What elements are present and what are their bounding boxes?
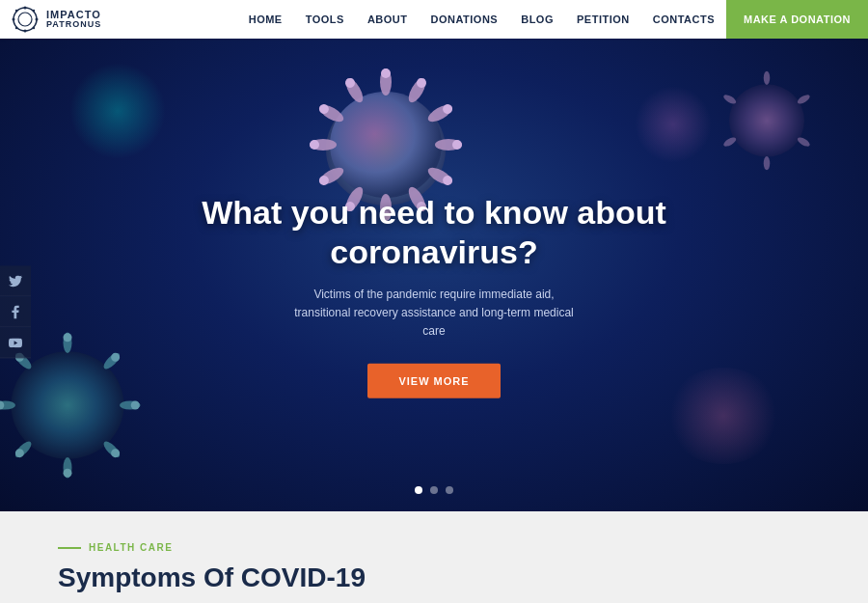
svg-point-3 xyxy=(24,30,27,33)
youtube-social-button[interactable] xyxy=(0,327,31,358)
nav-petition[interactable]: PETITION xyxy=(565,0,641,39)
slider-dot-2[interactable] xyxy=(430,486,438,494)
svg-point-5 xyxy=(36,18,39,21)
svg-point-47 xyxy=(131,401,140,410)
main-nav: HOME TOOLS ABOUT DONATIONS BLOG PETITION… xyxy=(237,0,868,39)
svg-point-2 xyxy=(24,7,27,10)
svg-point-27 xyxy=(452,140,462,150)
hero-title: What you need to know about coronavirus? xyxy=(164,193,704,272)
svg-point-54 xyxy=(764,71,771,85)
slider-dot-1[interactable] xyxy=(415,486,422,494)
nav-blog[interactable]: BLOG xyxy=(509,0,565,39)
nav-home[interactable]: HOME xyxy=(237,0,294,39)
virus-right-icon xyxy=(694,58,839,183)
hero-content: What you need to know about coronavirus?… xyxy=(164,193,704,398)
nav-tools[interactable]: TOOLS xyxy=(294,0,356,39)
section-tag-label: HEALTH CARE xyxy=(89,542,173,553)
svg-point-40 xyxy=(101,439,122,460)
svg-point-24 xyxy=(381,69,391,78)
svg-point-8 xyxy=(15,27,17,29)
hero-section: What you need to know about coronavirus?… xyxy=(0,39,868,511)
svg-point-57 xyxy=(764,156,771,170)
svg-point-1 xyxy=(18,13,32,26)
nav-donations[interactable]: DONATIONS xyxy=(420,0,510,39)
social-sidebar xyxy=(0,265,31,358)
svg-point-49 xyxy=(64,469,72,478)
brand-name2: PATRONUS xyxy=(46,20,101,30)
slider-dot-3[interactable] xyxy=(446,486,453,494)
logo-icon xyxy=(12,6,39,33)
twitter-social-button[interactable] xyxy=(0,265,31,296)
nav-contacts[interactable]: CONTACTS xyxy=(641,0,726,39)
svg-point-4 xyxy=(13,18,15,21)
svg-point-45 xyxy=(64,333,72,342)
svg-point-42 xyxy=(13,439,34,460)
tag-line xyxy=(58,547,81,549)
svg-point-6 xyxy=(15,10,17,12)
view-more-button[interactable]: VIEW MORE xyxy=(367,364,500,398)
section-title: Symptoms Of COVID-19 xyxy=(58,562,810,593)
svg-point-9 xyxy=(33,27,35,29)
section-tag: HEALTH CARE xyxy=(58,542,810,553)
svg-point-11 xyxy=(330,92,442,198)
slider-dots xyxy=(415,486,453,494)
svg-point-7 xyxy=(33,10,35,12)
nav-about[interactable]: ABOUT xyxy=(356,0,420,39)
donate-button[interactable]: MAKE A DONATION xyxy=(726,0,868,39)
hero-subtitle: Victims of the pandemic require immediat… xyxy=(289,285,579,341)
facebook-social-button[interactable] xyxy=(0,296,31,327)
svg-point-38 xyxy=(101,350,122,371)
below-fold-section: HEALTH CARE Symptoms Of COVID-19 xyxy=(0,511,868,603)
header: IMPACTO PATRONUS HOME TOOLS ABOUT DONATI… xyxy=(0,0,868,39)
svg-point-53 xyxy=(729,84,804,156)
logo-text: IMPACTO PATRONUS xyxy=(46,9,101,30)
glow-topleft xyxy=(69,63,166,159)
logo-area[interactable]: IMPACTO PATRONUS xyxy=(12,6,101,33)
svg-point-33 xyxy=(310,140,319,150)
